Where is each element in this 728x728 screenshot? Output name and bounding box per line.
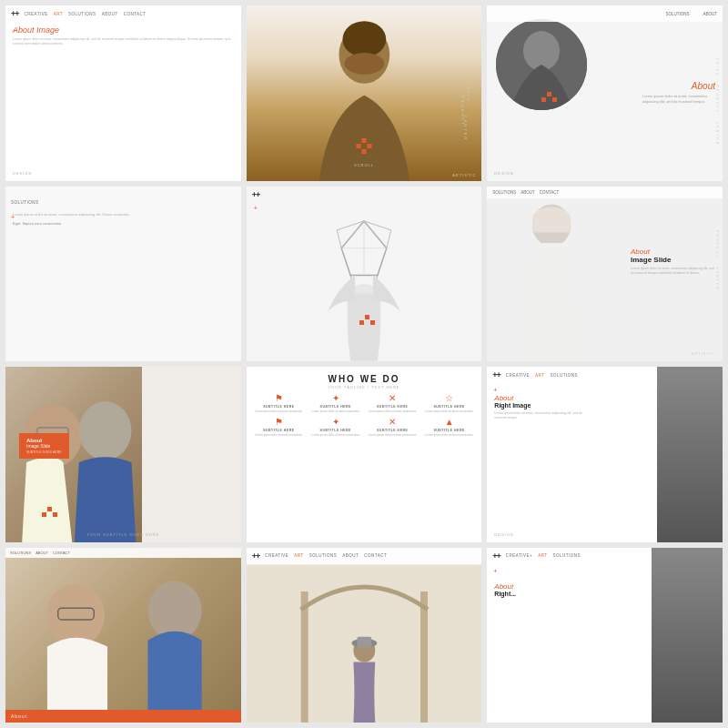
slide8-icon-1: ✦ SUBTITLE HERE Lorem ipsum dolor sit am… [308,393,362,414]
slide-1: ++ CREATIVE ART SOLUTIONS ABOUT CONTACT … [5,5,241,181]
svg-point-18 [47,583,105,646]
svg-rect-23 [420,592,428,723]
slide1-nav-art[interactable]: ART [54,12,63,16]
slide6-subtitle: Image Slide [631,256,717,265]
svg-rect-14 [532,219,571,232]
slide1-nav-contact[interactable]: CONTACT [124,12,147,16]
slide3-nav-about[interactable]: ABOUT [703,12,717,16]
slide12-nav-solutions[interactable]: SOLUTIONS [553,553,581,558]
slide11-nav-solutions[interactable]: SOLUTIONS [309,553,338,558]
slide3-pixel [541,92,557,102]
slide3-design: DESIGN [494,171,513,176]
svg-point-1 [342,21,386,57]
slide1-title: About Image [13,25,234,35]
slide10-nav-solutions: SOLUTIONS [10,551,31,555]
slide-5: ++ + [247,187,482,362]
slide8-icon7-symbol: ▲ [445,417,454,427]
slide5-nav: ++ [247,187,482,203]
slide8-icons-grid: ⚑ SUBTITLE HERE Lorem ipsum dolor sit am… [247,393,482,438]
slide8-subtitle: YOUR TAGLINE / TEXT HERE [247,385,482,389]
slide1-nav-solutions[interactable]: SOLUTIONS [68,12,96,16]
slide7-box-sub: SUBTITLE GOES HERE [26,450,62,454]
slide-8: WHO WE DO YOUR TAGLINE / TEXT HERE ⚑ SUB… [247,367,482,542]
slide12-nav-art[interactable]: ART [538,553,547,558]
slide8-icon-2: ✕ SUBTITLE HERE Lorem ipsum dolor sit am… [365,393,419,414]
slide3-side-text: PRICE · PRODUCT · CENTER [715,58,719,146]
slide8-icon0-desc: Lorem ipsum dolor sit amet consectetur [255,410,303,414]
slide11-logo: ++ [252,551,260,561]
slide-7: About Image Slide SUBTITLE GOES HERE YOU… [5,367,241,542]
slide8-icon-6: ✕ SUBTITLE HERE Lorem ipsum dolor sit am… [365,417,419,438]
slide6-nav-contact[interactable]: CONTACT [540,190,559,195]
slide11-nav-about[interactable]: ABOUT [342,553,359,558]
slide6-nav-solutions[interactable]: SOLUTIONS [492,190,516,195]
slide8-icon3-label: SUBTITLE HERE [433,405,464,409]
slide8-icon1-symbol: ✦ [332,393,339,403]
slide7-bottom-text: YOUR SUBTITLE GOES HERE [5,532,241,537]
slide8-icon6-label: SUBTITLE HERE [377,429,408,432]
slide10-nav: SOLUTIONS ABOUT CONTACT [5,548,241,558]
slide8-icon2-label: SUBTITLE HERE [377,405,408,409]
slide8-icon-4: ⚑ SUBTITLE HERE Lorem ipsum dolor sit am… [252,417,306,438]
slide12-nav-creative[interactable]: CREATIVE+ [506,553,532,558]
slide5-pixel [359,315,375,325]
slide8-icon-3: ☆ SUBTITLE HERE Lorem ipsum dolor sit am… [422,393,476,414]
slide12-logo: ++ [492,551,500,561]
slide9-nav-solutions[interactable]: SOLUTIONS [550,373,578,378]
slide8-icon3-desc: Lorem ipsum dolor sit amet consectetur [425,410,473,414]
slide9-nav-art[interactable]: ART [535,373,544,378]
slide1-logo: ++ [11,9,19,18]
slide1-nav: ++ CREATIVE ART SOLUTIONS ABOUT CONTACT [5,5,241,22]
slide11-nav-creative[interactable]: CREATIVE [265,553,288,558]
slide8-icon3-symbol: ☆ [445,393,453,403]
slide8-icon0-symbol: ⚑ [275,393,283,403]
slide7-orange-box: About Image Slide SUBTITLE GOES HERE [19,433,69,459]
slide8-icon4-symbol: ⚑ [275,417,283,427]
slide-10: SOLUTIONS ABOUT CONTACT About [5,548,241,723]
slide11-nav-art[interactable]: ART [294,553,303,558]
slide8-icon1-desc: Lorem ipsum dolor sit amet consectetur [312,410,360,414]
slide4-solutions: SOLUTIONS [11,200,39,205]
slide4-extra: Eget. Sapien nam consectetur [13,221,234,227]
slide3-nav: ++ SOLUTIONS ABOUT [487,5,723,22]
svg-rect-26 [357,636,371,647]
slide8-icon0-label: SUBTITLE HERE [263,405,294,409]
slide3-nav-solutions[interactable]: SOLUTIONS [665,12,689,16]
svg-rect-22 [300,592,308,723]
slide10-svg [5,548,241,723]
slide2-artistic: ARTISTIC [452,173,476,177]
slide10-orange-bar: About [5,710,241,723]
slide6-nav: SOLUTIONS ABOUT CONTACT [487,187,723,198]
slide6-nav-about[interactable]: ABOUT [521,190,535,195]
slide-2: Scroll PRICE PRODUCT CENTER ARTISTIC [247,5,482,181]
slide8-icon5-desc: Lorem ipsum dolor sit amet consectetur [312,434,360,438]
slide11-nav: ++ CREATIVE ART SOLUTIONS ABOUT CONTACT [247,548,482,564]
slide7-box-title2: Image Slide [26,443,62,449]
slide4-cross: + [11,214,15,220]
slide11-nav-contact[interactable]: CONTACT [364,553,387,558]
slide1-nav-about[interactable]: ABOUT [102,12,118,16]
slide3-title: About [642,82,715,92]
slide6-side: PRODUCT · CENTER [715,230,719,291]
slide12-cross: + [493,568,497,574]
slide10-about-label: About [5,710,241,723]
slide12-photo [652,548,723,723]
slide8-icon6-symbol: ✕ [389,417,396,427]
slide6-artistic: ARTISTIC [692,351,715,356]
slide6-text: About Image Slide Lorem ipsum dolor sit … [631,248,717,276]
slide8-icon-7: ▲ SUBTITLE HERE Lorem ipsum dolor sit am… [422,417,476,438]
slide1-cross: + [13,27,16,34]
slide2-side-center: CENTER [463,116,468,141]
slide9-photo [657,367,723,542]
slide1-nav-creative[interactable]: CREATIVE [25,12,48,16]
slide6-title: About [631,248,717,256]
slide1-design: DESIGN [13,171,32,176]
slide-grid: ++ CREATIVE ART SOLUTIONS ABOUT CONTACT … [0,0,728,728]
slide-11: ++ CREATIVE ART SOLUTIONS ABOUT CONTACT [247,548,482,723]
slide9-nav-creative[interactable]: CREATIVE [506,373,530,378]
slide-6: SOLUTIONS ABOUT CONTACT About Image Slid… [487,187,723,362]
slide5-geo-svg [247,212,482,361]
slide9-body: Lorem ipsum dolor sit amet, consectetur … [494,411,594,420]
slide8-icon5-label: SUBTITLE HERE [320,429,351,432]
slide8-icon6-desc: Lorem ipsum dolor sit amet consectetur [369,434,417,438]
